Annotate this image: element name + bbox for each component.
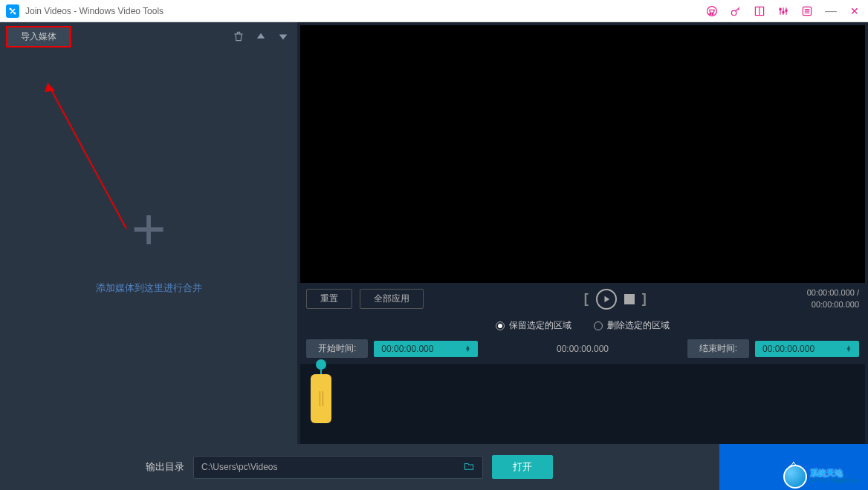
output-path-text: C:\Users\pc\Videos: [201, 462, 463, 472]
playback-controls: 重置 全部应用 [ ] 00:00:00.000 / 00:00:00.000: [297, 283, 868, 315]
app-icon: [6, 4, 19, 18]
annotation-arrow: [30, 73, 134, 236]
bottom-bar: 输出目录 C:\Users\pc\Videos 打开 合 系统天地 XiTong…: [0, 444, 868, 490]
titlebar: Join Videos - Windows Video Tools — ✕: [0, 0, 868, 22]
time-range-row: 开始时间: 00:00:00.000 ▲▼ 00:00:00.000 结束时间:…: [297, 336, 868, 361]
svg-point-9: [780, 8, 781, 10]
svg-point-1: [14, 12, 16, 14]
time-display: 00:00:00.000 / 00:00:00.000: [807, 287, 859, 310]
window-title: Join Videos - Windows Video Tools: [25, 6, 705, 16]
settings-icon[interactable]: [776, 4, 791, 19]
editor-panel: 重置 全部应用 [ ] 00:00:00.000 / 00:00:00.000 …: [297, 22, 868, 444]
time-total: 00:00:00.000: [807, 299, 859, 310]
media-toolbar: 导入媒体: [0, 22, 297, 50]
radio-unselected-icon: [594, 321, 603, 330]
clip-handle-body[interactable]: [311, 374, 331, 423]
stop-button[interactable]: [624, 294, 635, 304]
radio-delete-region[interactable]: 删除选定的区域: [594, 319, 670, 332]
video-preview[interactable]: [300, 25, 865, 283]
spinner-icon[interactable]: ▲▼: [464, 346, 470, 352]
radio-delete-label: 删除选定的区域: [607, 319, 670, 332]
start-time-input[interactable]: 00:00:00.000 ▲▼: [374, 341, 478, 357]
key-icon[interactable]: [728, 4, 743, 19]
apply-all-button[interactable]: 全部应用: [360, 289, 424, 309]
svg-point-3: [731, 10, 736, 15]
menu-icon[interactable]: [800, 4, 814, 19]
mark-in-icon[interactable]: [: [584, 291, 589, 307]
radio-keep-label: 保留选定的区域: [509, 319, 571, 332]
import-media-button[interactable]: 导入媒体: [6, 26, 71, 48]
start-time-label: 开始时间:: [306, 339, 368, 358]
folder-icon[interactable]: [463, 461, 475, 474]
time-current: 00:00:00.000 /: [807, 287, 859, 298]
reset-button[interactable]: 重置: [306, 289, 352, 309]
plus-icon: +: [132, 200, 166, 259]
radio-selected-icon: [496, 321, 505, 330]
titlebar-controls: — ✕: [705, 4, 862, 19]
svg-line-16: [48, 83, 126, 229]
region-mode-radios: 保留选定的区域 删除选定的区域: [297, 315, 868, 336]
merge-button[interactable]: 合: [719, 444, 868, 490]
main-area: 导入媒体 + 添加媒体到这里进行合并 重置 全部应用 [ ] 00:00:00.…: [0, 22, 868, 444]
spinner-icon[interactable]: ▲▼: [846, 346, 852, 352]
timeline-playhead[interactable]: [311, 359, 331, 423]
timeline[interactable]: [300, 364, 865, 444]
end-time-input[interactable]: 00:00:00.000 ▲▼: [755, 341, 859, 357]
layout-icon[interactable]: [752, 4, 767, 19]
end-time-value: 00:00:00.000: [762, 344, 814, 354]
open-folder-button[interactable]: 打开: [492, 455, 553, 479]
output-dir-label: 输出目录: [146, 460, 184, 474]
cart-icon[interactable]: [705, 4, 719, 19]
radio-keep-region[interactable]: 保留选定的区域: [496, 319, 571, 332]
media-panel: 导入媒体 + 添加媒体到这里进行合并: [0, 22, 297, 444]
media-drop-zone[interactable]: + 添加媒体到这里进行合并: [0, 50, 297, 444]
duration-display: 00:00:00.000: [484, 344, 681, 354]
trash-icon[interactable]: [230, 28, 247, 45]
playhead-pin-icon: [316, 359, 326, 370]
svg-point-0: [10, 7, 12, 10]
mark-out-icon[interactable]: ]: [642, 291, 647, 307]
output-path-field[interactable]: C:\Users\pc\Videos: [193, 456, 483, 479]
svg-marker-17: [45, 83, 55, 92]
play-button[interactable]: [596, 289, 617, 310]
start-time-value: 00:00:00.000: [381, 344, 433, 354]
svg-point-11: [786, 10, 787, 11]
move-up-icon[interactable]: [253, 28, 269, 45]
minimize-button[interactable]: —: [823, 4, 838, 19]
end-time-label: 结束时间:: [687, 339, 749, 358]
move-down-icon[interactable]: [275, 28, 291, 45]
drop-hint-text: 添加媒体到这里进行合并: [96, 281, 202, 295]
close-button[interactable]: ✕: [847, 4, 862, 19]
svg-point-10: [783, 11, 784, 13]
